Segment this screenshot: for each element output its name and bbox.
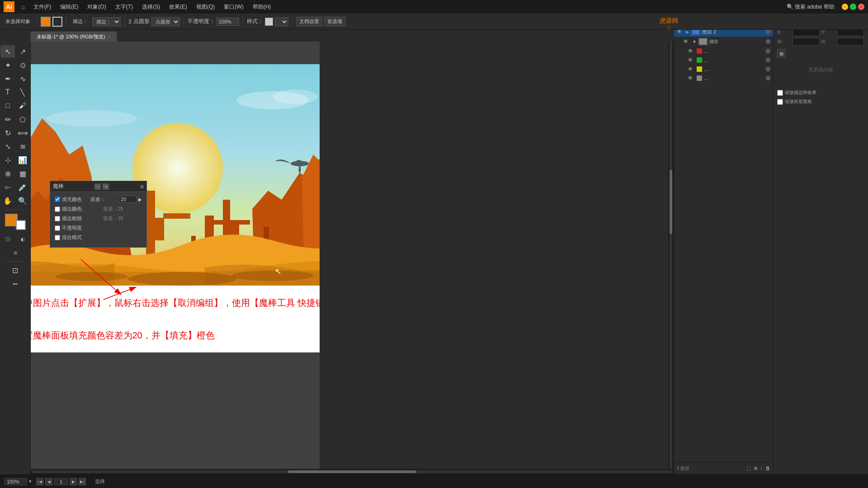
opacity-checkbox[interactable] (55, 225, 60, 231)
rectangle-tool[interactable]: □ (0, 99, 15, 112)
toolbar-opacity-input[interactable] (217, 18, 239, 26)
fill-tolerance-arrow[interactable]: ▶ (138, 197, 142, 202)
blend-tool[interactable]: ⟜ (0, 181, 15, 193)
graph-tool[interactable]: 📊 (15, 154, 30, 166)
direct-selection-tool[interactable]: ↗ (15, 45, 30, 58)
layer-row-yellow[interactable]: 👁 ... (674, 65, 773, 74)
prev-page-btn[interactable]: ◀ (45, 478, 52, 485)
w-input[interactable] (793, 38, 820, 46)
v-scrollbar-thumb[interactable] (670, 170, 672, 234)
last-page-btn[interactable]: ▶| (79, 478, 86, 485)
magic-wand-titlebar[interactable]: 魔棒 − × ≡ (50, 181, 146, 192)
hand-tool[interactable]: ✋ (0, 194, 15, 207)
panel-close-btn[interactable]: × (103, 183, 109, 190)
menu-text[interactable]: 文字(T) (112, 2, 137, 12)
panel-menu-btn[interactable]: ≡ (140, 183, 144, 190)
scale-corners-checkbox[interactable] (777, 99, 783, 105)
preferences-button[interactable]: 首选项 (324, 17, 345, 26)
eye-icon-yellow[interactable]: 👁 (688, 66, 695, 72)
color-mode-icon[interactable]: ⬛ (0, 233, 15, 245)
stroke-width-checkbox[interactable] (55, 216, 60, 221)
lasso-tool[interactable]: ⊙ (15, 59, 30, 71)
zoom-dropdown[interactable]: ▾ (29, 479, 32, 484)
symbol-sprayer-tool[interactable]: ⊕ (0, 167, 15, 180)
layer-visibility-circle-gray[interactable] (766, 76, 770, 80)
fill-tolerance-input[interactable] (118, 196, 137, 203)
artboard-tool[interactable]: ⊡ (8, 264, 23, 277)
warp-tool[interactable]: ≋ (15, 140, 30, 153)
eye-icon-003[interactable]: 👁 (683, 38, 690, 45)
layer-row-red[interactable]: 👁 ... (674, 47, 773, 56)
shaper-tool[interactable]: ⬠ (15, 113, 30, 126)
new-layer-from-selection-btn[interactable]: ⬚ (746, 465, 751, 471)
panel-minimize-btn[interactable]: − (94, 183, 101, 190)
toolbar-fill-color[interactable] (41, 17, 51, 27)
blend-mode-checkbox[interactable] (55, 235, 60, 240)
scale-strokes-checkbox[interactable] (777, 90, 783, 96)
close-button[interactable]: × (858, 4, 864, 10)
toolbar-style-box[interactable] (265, 18, 273, 26)
menu-effect[interactable]: 效果(E) (165, 2, 191, 12)
menu-file[interactable]: 文件(F) (30, 2, 55, 12)
h-scrollbar-track[interactable] (32, 470, 673, 473)
fill-color-checkbox[interactable] (55, 197, 60, 202)
tab-close-button[interactable]: × (108, 34, 111, 39)
layer-row-green[interactable]: 👁 ... (674, 56, 773, 65)
doc-settings-button[interactable]: 文档设置 (296, 17, 322, 26)
page-number-input[interactable] (54, 478, 68, 485)
scale-tool[interactable]: ⤡ (0, 140, 15, 153)
layer-visibility-circle-green[interactable] (766, 58, 770, 62)
v-scrollbar-track[interactable] (670, 42, 672, 469)
magic-wand-tool[interactable]: ✦ (0, 59, 15, 71)
menu-edit[interactable]: 编辑(E) (57, 2, 82, 12)
paintbrush-tool[interactable]: 🖌 (15, 99, 30, 112)
toolbar-shape-select[interactable]: 点圆形 (151, 17, 180, 26)
layer-row-003[interactable]: 👁 ▼ 003 (674, 37, 773, 47)
more-tools[interactable]: ••• (8, 277, 23, 290)
toolbar-stroke-color[interactable] (52, 17, 62, 27)
text-tool[interactable]: T (0, 86, 15, 99)
layer-visibility-circle-layer2[interactable] (766, 29, 770, 34)
toolbar-brush-option[interactable]: 摘边： (70, 17, 90, 26)
menu-select[interactable]: 选择(S) (138, 2, 164, 12)
first-page-btn[interactable]: |◀ (36, 478, 43, 485)
move-to-new-layer-btn[interactable]: ↑ (760, 465, 763, 471)
toolbar-brush-select[interactable]: 摘边： (92, 17, 121, 26)
expand-icon-layer2[interactable]: ▶ (686, 29, 689, 34)
eye-icon-red[interactable]: 👁 (688, 48, 695, 54)
pencil-tool[interactable]: ✏ (0, 113, 15, 126)
layer-visibility-circle-003[interactable] (766, 39, 770, 44)
background-color[interactable] (16, 220, 26, 230)
zoom-input[interactable] (5, 478, 27, 485)
menu-view[interactable]: 视图(Q) (193, 2, 218, 12)
reflect-tool[interactable]: ⟺ (15, 127, 30, 139)
layer-row-gray[interactable]: 👁 ... (674, 74, 773, 83)
document-tab[interactable]: 未标题-1* @ 100% (RGB/预览) × (31, 32, 117, 42)
create-new-sublayer-btn[interactable]: ⊕ (754, 465, 758, 471)
column-graph-tool[interactable]: ▦ (15, 167, 30, 180)
menu-object[interactable]: 对象(O) (84, 2, 109, 12)
grid-icon-1[interactable]: ▦ (777, 49, 785, 57)
home-icon[interactable]: ⌂ (18, 2, 28, 12)
minimize-button[interactable]: − (842, 4, 848, 10)
next-page-btn[interactable]: ▶ (70, 478, 77, 485)
maximize-button[interactable]: □ (850, 4, 856, 10)
h-scrollbar-thumb[interactable] (288, 470, 416, 473)
delete-layer-btn[interactable]: 🗑 (765, 465, 770, 471)
layer-visibility-circle-yellow[interactable] (766, 67, 770, 71)
pen-tool[interactable]: ✒ (0, 72, 15, 85)
free-transform-tool[interactable]: ⊹ (0, 154, 15, 166)
none-mode-icon[interactable]: ⊘ (8, 246, 23, 259)
line-tool[interactable]: ╲ (15, 86, 30, 99)
eyedropper-tool[interactable]: 💉 (15, 181, 30, 193)
curvature-tool[interactable]: ∿ (15, 72, 30, 85)
menu-help[interactable]: 帮助(H) (249, 2, 275, 12)
expand-icon-003[interactable]: ▼ (692, 39, 697, 44)
gradient-mode-icon[interactable]: ◐ (15, 233, 30, 245)
zoom-tool[interactable]: 🔍 (15, 194, 30, 207)
toolbar-style-select[interactable] (275, 17, 288, 26)
stroke-color-checkbox[interactable] (55, 206, 60, 212)
layer-visibility-circle-red[interactable] (766, 49, 770, 53)
rotate-tool[interactable]: ↻ (0, 127, 15, 139)
eye-icon-green[interactable]: 👁 (688, 57, 695, 63)
